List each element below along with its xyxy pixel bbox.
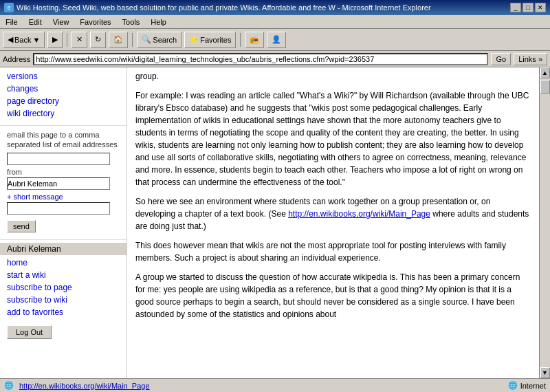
menu-bar: File Edit View Favorites Tools Help (0, 15, 550, 29)
short-message-link[interactable]: + short message (7, 193, 120, 201)
search-button[interactable]: 🔍 Search (137, 32, 182, 48)
address-label: Address (3, 55, 30, 63)
user-section: Aubri Keleman home start a wiki subscrib… (0, 239, 126, 321)
menu-view[interactable]: View (50, 17, 72, 27)
title-bar: e Wiki Hosting. Seed Wiki, web based sol… (0, 0, 550, 15)
content-paragraph-4: A group we started to discuss the questi… (135, 271, 531, 320)
back-label: Back (14, 36, 31, 44)
sidebar-link-subscribe-page[interactable]: subscribe to page (0, 281, 126, 294)
home-button[interactable]: 🏠 (109, 32, 128, 48)
content-paragraph-0: group. (135, 70, 531, 83)
favorites-label: Favorites (200, 36, 231, 44)
send-button[interactable]: send (7, 220, 36, 232)
content-paragraph-3: This does however mean that wikis are no… (135, 239, 531, 264)
sidebar-link-home[interactable]: home (0, 257, 126, 269)
favorites-button[interactable]: ⭐ Favorites (184, 32, 236, 48)
email-section: email this page to a comma separated lis… (0, 125, 126, 237)
wikibooks-link[interactable]: http://en.wikibooks.org/wiki/Main_Page (288, 209, 430, 219)
sidebar-link-wiki-directory[interactable]: wiki directory (0, 107, 126, 120)
user-button[interactable]: 👤 (267, 32, 286, 48)
user-name-display: Aubri Keleman (0, 243, 126, 255)
back-arrow-icon: ◀ (8, 35, 13, 44)
forward-button[interactable]: ▶ (47, 32, 63, 48)
nav-section: versions changes page directory wiki dir… (0, 70, 126, 120)
scrollbar[interactable]: ▲ ▼ (539, 67, 550, 378)
email-section-title: email this page to a comma separated lis… (7, 130, 120, 150)
refresh-button[interactable]: ↻ (90, 32, 106, 48)
scroll-up-button[interactable]: ▲ (540, 67, 550, 78)
email-addresses-input[interactable] (7, 153, 110, 165)
sidebar-link-subscribe-wiki[interactable]: subscribe to wiki (0, 294, 126, 306)
home-icon: 🏠 (113, 35, 123, 44)
content-area: group. For example: I was reading an art… (127, 67, 539, 378)
separator-3 (240, 33, 241, 47)
menu-tools[interactable]: Tools (120, 17, 143, 27)
star-icon: ⭐ (189, 35, 199, 44)
maximize-button[interactable]: □ (522, 3, 534, 12)
search-label: Search (153, 36, 177, 44)
menu-favorites[interactable]: Favorites (77, 17, 113, 27)
toolbar: ◀ Back ▼ ▶ ✕ ↻ 🏠 🔍 Search ⭐ Favorites 📻 … (0, 29, 550, 51)
media-button[interactable]: 📻 (245, 32, 264, 48)
menu-file[interactable]: File (3, 17, 21, 27)
sidebar-link-add-favorites[interactable]: add to favorites (0, 306, 126, 318)
logout-section: Log Out (0, 321, 126, 343)
go-button[interactable]: Go (491, 53, 511, 65)
status-zone: 🌐 Internet (508, 381, 546, 390)
sidebar-link-changes[interactable]: changes (0, 83, 126, 95)
address-input[interactable] (33, 53, 488, 65)
user-icon: 👤 (272, 35, 281, 44)
scroll-down-button[interactable]: ▼ (540, 367, 550, 378)
sidebar-link-versions[interactable]: versions (0, 70, 126, 83)
menu-help[interactable]: Help (148, 17, 169, 27)
close-button[interactable]: ✕ (535, 3, 546, 12)
separator-2 (132, 33, 133, 47)
back-dropdown-icon: ▼ (32, 36, 40, 44)
window-title: Wiki Hosting. Seed Wiki, web based solut… (16, 3, 431, 12)
scroll-thumb[interactable] (540, 80, 550, 94)
stop-button[interactable]: ✕ (72, 32, 87, 48)
menu-edit[interactable]: Edit (26, 17, 45, 27)
media-icon: 📻 (250, 35, 259, 44)
short-message-input[interactable] (7, 202, 110, 215)
from-label: from (7, 168, 120, 176)
minimize-button[interactable]: _ (510, 3, 521, 12)
browser-icon: e (4, 3, 14, 12)
status-link[interactable]: http://en.wikibooks.org/wiki/Main_Page (19, 382, 150, 390)
back-button[interactable]: ◀ Back ▼ (3, 32, 45, 48)
separator-1 (67, 33, 67, 47)
content-paragraph-1: For example: I was reading an article ca… (135, 89, 531, 188)
sidebar-link-start-wiki[interactable]: start a wiki (0, 269, 126, 281)
page-icon: 🌐 (4, 381, 14, 390)
from-input[interactable] (7, 177, 110, 190)
logout-button[interactable]: Log Out (7, 325, 52, 339)
stop-icon: ✕ (76, 35, 82, 44)
address-bar: Address Go Links » (0, 51, 550, 67)
refresh-icon: ↻ (95, 35, 101, 44)
status-bar: 🌐 http://en.wikibooks.org/wiki/Main_Page… (0, 378, 550, 392)
sidebar-link-page-directory[interactable]: page directory (0, 95, 126, 107)
main-container: versions changes page directory wiki dir… (0, 67, 550, 378)
window-controls[interactable]: _ □ ✕ (510, 3, 546, 12)
zone-icon: 🌐 (508, 381, 518, 390)
search-icon: 🔍 (142, 35, 151, 44)
links-button[interactable]: Links » (514, 53, 547, 65)
sidebar: versions changes page directory wiki dir… (0, 67, 127, 378)
forward-arrow-icon: ▶ (52, 35, 58, 44)
content-paragraph-2: So here we see an environment where stud… (135, 195, 531, 232)
zone-label: Internet (520, 382, 546, 390)
